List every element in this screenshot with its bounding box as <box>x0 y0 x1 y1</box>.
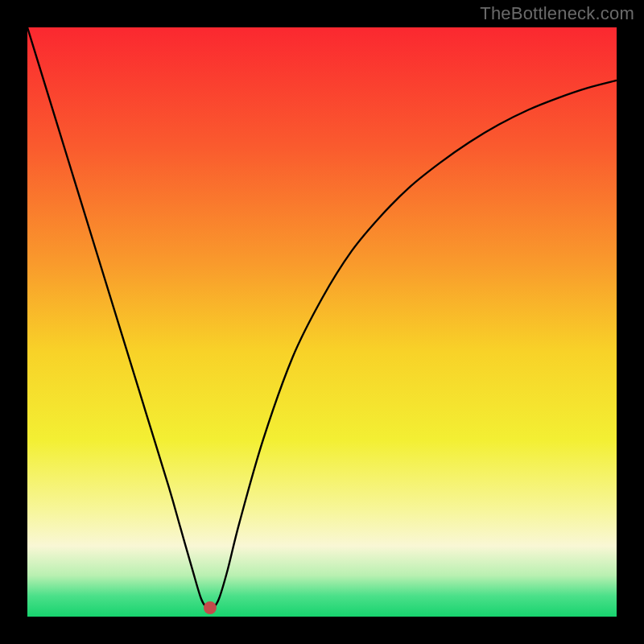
bottleneck-chart <box>27 27 617 617</box>
chart-frame: TheBottleneck.com <box>0 0 644 644</box>
optimum-marker <box>204 601 217 614</box>
gradient-background <box>27 27 617 617</box>
watermark-text: TheBottleneck.com <box>480 3 634 24</box>
plot-area <box>27 27 617 617</box>
